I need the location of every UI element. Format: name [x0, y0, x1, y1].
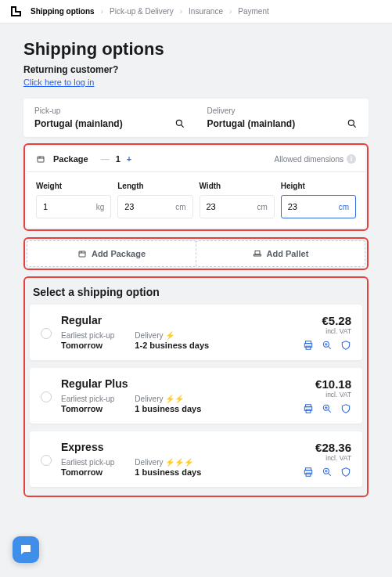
width-field: Width cm: [200, 182, 275, 218]
vat-label: incl. VAT: [289, 454, 351, 462]
svg-rect-4: [38, 157, 44, 162]
weight-input[interactable]: [43, 202, 74, 211]
print-icon[interactable]: [303, 340, 314, 351]
svg-rect-10: [306, 346, 311, 349]
vat-label: incl. VAT: [289, 391, 351, 398]
svg-line-19: [329, 410, 331, 413]
qty-plus-button[interactable]: +: [127, 154, 131, 164]
pickup-meta-label: Earliest pick-up: [61, 458, 114, 467]
chat-button[interactable]: [13, 536, 39, 544]
svg-line-1: [181, 125, 183, 128]
shield-icon[interactable]: [340, 467, 351, 478]
svg-point-0: [176, 120, 182, 125]
option-price: €28.36: [289, 441, 351, 454]
breadcrumb-bar: Shipping options › Pick-up & Delivery › …: [0, 0, 392, 23]
allowed-dimensions-link[interactable]: Allowed dimensions i: [275, 154, 356, 164]
crumb-insurance[interactable]: Insurance: [189, 7, 223, 16]
delivery-meta-value: 1 business days: [135, 467, 201, 477]
returning-customer-label: Returning customer?: [23, 64, 369, 75]
add-pallet-button[interactable]: Add Pallet: [196, 240, 365, 267]
vat-label: incl. VAT: [289, 327, 351, 335]
radio-regular-plus[interactable]: [41, 391, 52, 402]
svg-rect-17: [306, 409, 311, 413]
option-name: Regular Plus: [61, 377, 279, 390]
svg-line-26: [329, 474, 331, 476]
svg-point-2: [348, 120, 354, 125]
width-unit: cm: [257, 203, 267, 211]
svg-rect-24: [306, 473, 311, 476]
page-title: Shipping options: [23, 39, 369, 60]
pickup-meta-value: Tomorrow: [61, 467, 102, 477]
height-input[interactable]: [288, 202, 318, 211]
height-field: Height cm: [281, 182, 356, 218]
search-zoom-icon[interactable]: [322, 467, 333, 478]
svg-rect-7: [255, 251, 260, 255]
delivery-value: Portugal (mainland): [207, 118, 296, 129]
bolt-icon: ⚡: [165, 331, 174, 340]
pickup-meta-label: Earliest pick-up: [61, 331, 114, 340]
locations-card: Pick-up Portugal (mainland) Delivery Por…: [23, 99, 369, 137]
search-zoom-icon[interactable]: [322, 340, 333, 351]
radio-express[interactable]: [41, 455, 52, 466]
info-icon: i: [347, 154, 356, 164]
crumb-payment[interactable]: Payment: [238, 7, 268, 16]
search-icon: [347, 118, 358, 129]
delivery-meta-value: 1-2 business days: [135, 341, 209, 350]
weight-field: Weight kg: [36, 182, 111, 218]
chat-icon: [19, 543, 33, 544]
width-input[interactable]: [207, 202, 237, 211]
option-price: €10.18: [289, 377, 351, 391]
pickup-meta-value: Tomorrow: [61, 341, 102, 350]
chevron-right-icon: ›: [101, 7, 103, 16]
delivery-meta-value: 1 business days: [135, 404, 201, 413]
height-unit: cm: [339, 203, 349, 211]
options-highlight: Select a shipping option Regular Earlies…: [23, 276, 369, 497]
delivery-field[interactable]: Delivery Portugal (mainland): [196, 99, 369, 137]
svg-line-3: [354, 125, 356, 128]
package-icon: [77, 249, 87, 258]
shield-icon[interactable]: [340, 340, 351, 351]
shield-icon[interactable]: [340, 403, 351, 414]
height-label: Height: [281, 182, 356, 190]
chevron-right-icon: ›: [180, 7, 182, 16]
delivery-label: Delivery: [207, 106, 358, 115]
package-title: Package: [53, 154, 88, 164]
crumb-shipping-options[interactable]: Shipping options: [31, 7, 95, 16]
qty-minus-button[interactable]: —: [101, 154, 110, 164]
logo-icon: [11, 6, 21, 16]
pickup-meta-label: Earliest pick-up: [61, 395, 114, 403]
shipping-option-regular[interactable]: Regular Earliest pick-up Tomorrow Delive…: [30, 305, 362, 360]
length-label: Length: [117, 182, 192, 190]
delivery-meta-label: Delivery ⚡: [135, 331, 209, 340]
svg-line-12: [329, 347, 331, 349]
bolt-icon: ⚡⚡: [165, 395, 184, 403]
length-field: Length cm: [117, 182, 192, 218]
chevron-right-icon: ›: [229, 7, 232, 16]
pickup-label: Pick-up: [34, 106, 185, 115]
delivery-meta-label: Delivery ⚡⚡⚡: [135, 458, 201, 467]
print-icon[interactable]: [303, 467, 314, 478]
add-package-button[interactable]: Add Package: [27, 240, 196, 267]
qty-value: 1: [116, 154, 120, 164]
package-panel-highlight: Package — 1 + Allowed dimensions i Weigh…: [23, 143, 369, 231]
shipping-option-regular-plus[interactable]: Regular Plus Earliest pick-up Tomorrow D…: [30, 368, 362, 424]
option-price: €5.28: [289, 314, 351, 327]
length-input[interactable]: [124, 202, 155, 211]
search-icon: [174, 118, 185, 129]
bolt-icon: ⚡⚡⚡: [165, 458, 193, 467]
option-name: Express: [61, 441, 279, 453]
crumb-pickup-delivery[interactable]: Pick-up & Delivery: [110, 7, 174, 16]
radio-regular[interactable]: [41, 328, 52, 339]
add-row-highlight: Add Package Add Pallet: [23, 237, 369, 270]
option-name: Regular: [61, 314, 279, 326]
shipping-option-express[interactable]: Express Earliest pick-up Tomorrow Delive…: [30, 431, 362, 487]
weight-unit: kg: [96, 203, 105, 211]
pickup-value: Portugal (mainland): [34, 118, 123, 129]
login-link[interactable]: Click here to log in: [23, 78, 95, 87]
svg-rect-5: [79, 251, 85, 257]
length-unit: cm: [175, 203, 185, 211]
print-icon[interactable]: [303, 403, 314, 414]
search-zoom-icon[interactable]: [322, 403, 333, 414]
select-shipping-title: Select a shipping option: [33, 283, 362, 298]
pickup-field[interactable]: Pick-up Portugal (mainland): [23, 99, 196, 137]
